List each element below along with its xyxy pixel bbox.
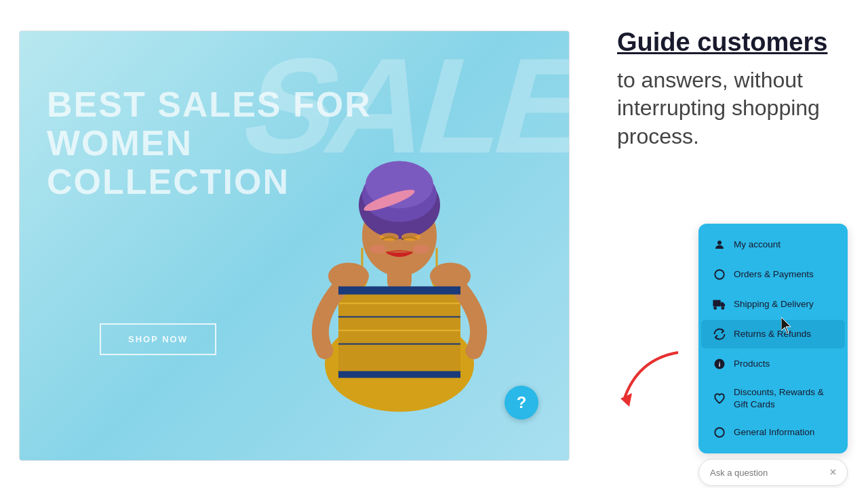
headline: Guide customers [617, 27, 848, 58]
svg-text:i: i [719, 361, 721, 368]
svg-point-20 [328, 263, 369, 290]
faq-menu: My account Orders & Payments Shipping [698, 224, 848, 453]
shop-now-button[interactable]: SHOP NOW [100, 323, 216, 355]
faq-item-orders-payments[interactable]: Orders & Payments [701, 260, 845, 289]
ask-question-input[interactable] [710, 468, 825, 478]
svg-point-28 [721, 306, 724, 310]
svg-point-21 [430, 263, 471, 290]
right-content: Guide customers to answers, without inte… [617, 27, 848, 164]
svg-point-12 [380, 233, 399, 241]
faq-widget: My account Orders & Payments Shipping [698, 224, 848, 486]
faq-item-label-discounts: Discounts, Rewards & Gift Cards [734, 386, 834, 410]
orders-icon [712, 267, 727, 282]
faq-item-label-orders: Orders & Payments [734, 268, 814, 281]
faq-item-my-account[interactable]: My account [701, 230, 845, 259]
faq-item-returns[interactable]: Returns & Refunds [701, 320, 845, 348]
faq-item-shipping[interactable]: Shipping & Delivery [701, 290, 845, 319]
woman-figure [271, 31, 528, 460]
ask-question-bar: × [698, 459, 848, 486]
question-button[interactable]: ? [505, 386, 538, 420]
svg-point-27 [713, 306, 717, 310]
faq-item-products[interactable]: i Products [701, 350, 845, 378]
person-icon [712, 237, 727, 252]
refresh-icon [712, 327, 727, 342]
svg-point-18 [370, 245, 386, 254]
faq-item-label-returns: Returns & Refunds [734, 328, 811, 340]
faq-item-label-shipping: Shipping & Delivery [734, 298, 814, 310]
cursor-indicator [781, 317, 795, 331]
svg-point-26 [715, 270, 724, 279]
faq-item-discounts[interactable]: Discounts, Rewards & Gift Cards [701, 380, 845, 417]
info-icon: i [712, 357, 727, 371]
store-banner: SALE BEST SALES FOR WOMEN COLLECTION SHO… [20, 31, 569, 460]
svg-point-31 [715, 428, 724, 437]
faq-item-label-my-account: My account [734, 239, 781, 251]
faq-item-label-general: General Information [734, 426, 814, 439]
svg-point-13 [401, 233, 420, 241]
screenshot-container: SALE BEST SALES FOR WOMEN COLLECTION SHO… [19, 30, 570, 461]
faq-item-general[interactable]: General Information [701, 418, 845, 447]
circle-outline-icon [712, 425, 727, 440]
svg-rect-23 [338, 371, 460, 378]
subtext: to answers, without interrupting shoppin… [617, 66, 848, 151]
ask-close-button[interactable]: × [830, 466, 836, 479]
heart-icon [712, 391, 727, 406]
svg-point-19 [413, 245, 429, 254]
svg-point-25 [717, 241, 722, 245]
truck-icon [712, 297, 727, 312]
faq-item-label-products: Products [734, 358, 770, 370]
svg-rect-22 [338, 287, 460, 295]
arrow-indicator [617, 346, 685, 400]
